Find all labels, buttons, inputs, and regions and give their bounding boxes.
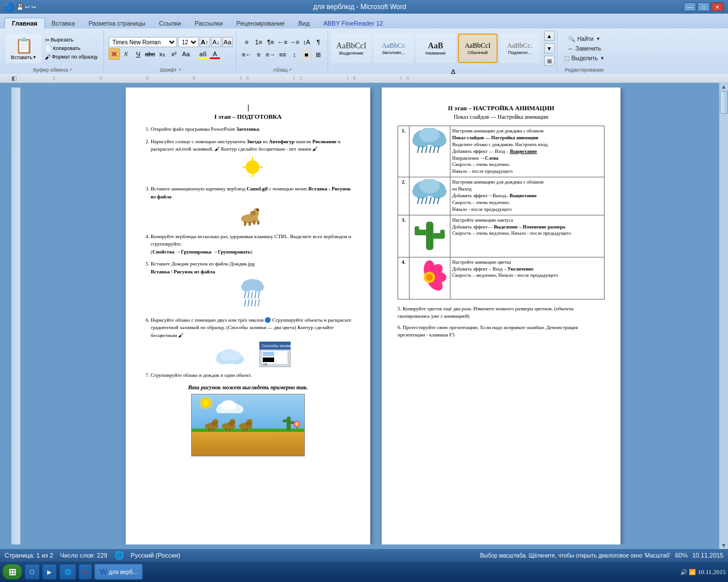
svg-line-19	[251, 292, 253, 298]
font-controls: Times New Roman 12 A↑ A↓ Aa Ж К Ч аbc x₂…	[109, 37, 233, 60]
line-spacing-button[interactable]: ↕	[289, 49, 300, 60]
tab-abby[interactable]: ABBY FineReader 12	[316, 18, 390, 28]
numbering-button[interactable]: 1≡	[253, 36, 264, 48]
styles-more[interactable]: ⊞	[544, 56, 555, 66]
style-title[interactable]: AaB Название	[416, 34, 456, 63]
language-label: Русский (Россия)	[131, 552, 180, 559]
svg-line-18	[248, 292, 249, 298]
scrollbar-thumb[interactable]	[720, 91, 728, 114]
taskbar-button-4[interactable]: ●	[78, 564, 92, 580]
font-case-button[interactable]: Аа	[180, 48, 192, 60]
align-right-button[interactable]: ≡→	[265, 49, 276, 60]
task-icon-1: ⬡	[30, 569, 35, 575]
svg-point-15	[241, 282, 253, 292]
ribbon-group-styles: AaBbCcI Выделение AaBbCc Заголово... AaB…	[329, 31, 557, 73]
scrollbar-up-arrow[interactable]: ▲	[719, 84, 728, 90]
cut-button[interactable]: ✂ Вырезать	[43, 36, 100, 44]
font-color-button[interactable]: А	[209, 48, 221, 60]
style-heading[interactable]: AaBbCc Заголово...	[374, 34, 413, 63]
tab-mailings[interactable]: Рассылки	[188, 18, 229, 28]
highlight-button[interactable]: аб	[197, 48, 209, 60]
cloud-area: Способы заливки ОК	[151, 342, 354, 367]
copy-button[interactable]: 📄 Копировать	[43, 45, 100, 52]
tab-insert[interactable]: Вставка	[45, 18, 82, 28]
font-grow-button[interactable]: A↑	[200, 37, 210, 47]
styles-scroll-buttons: ▲ ▼ ⊞	[544, 31, 555, 66]
bullets-button[interactable]: ≡	[241, 36, 253, 48]
style-heading-preview: AaBbCc	[382, 41, 405, 50]
table-row-2: 2.	[398, 177, 605, 215]
minimize-button[interactable]: —	[684, 2, 696, 11]
editing-label: Редактирование	[562, 67, 607, 73]
svg-point-0	[246, 160, 259, 174]
shading-button[interactable]: ■	[301, 49, 312, 60]
format-painter-button[interactable]: 🖌 Формат по образцу	[43, 53, 100, 61]
font-name-select[interactable]: Times New Roman	[109, 37, 177, 47]
paste-button[interactable]: 📋 Вставить ▼	[6, 34, 42, 63]
para-row2: ≡← ≡ ≡→ ≡≡ ↕ ■ ⊞	[241, 49, 324, 60]
tab-references[interactable]: Ссылки	[152, 18, 188, 28]
superscript-button[interactable]: x²	[168, 48, 180, 60]
bold-button[interactable]: Ж	[109, 48, 120, 60]
style-subtitle-preview: AaBbCc.	[507, 41, 532, 50]
increase-indent-button[interactable]: →≡	[289, 36, 300, 48]
sun-svg	[241, 156, 264, 178]
styles-scroll-up[interactable]: ▲	[544, 31, 555, 41]
close-button[interactable]: ✕	[711, 2, 723, 11]
justify-button[interactable]: ≡≡	[277, 49, 288, 60]
table-row-1: 1.	[398, 126, 605, 177]
svg-point-43	[221, 400, 236, 410]
tab-view[interactable]: Вид	[292, 18, 317, 28]
start-button[interactable]: ⊞	[2, 564, 22, 580]
pages-container: | I этап – ПОДГОТОВКА Откройте файл прог…	[30, 88, 717, 544]
taskbar-word-button[interactable]: W для верб...	[94, 564, 142, 580]
multilevel-list-button[interactable]: ¶≡	[265, 36, 276, 48]
strikethrough-button[interactable]: аbc	[144, 48, 156, 60]
taskbar-button-1[interactable]: ⬡	[24, 564, 40, 580]
underline-button[interactable]: Ч	[133, 48, 144, 60]
sort-button[interactable]: ↕A	[301, 36, 312, 48]
svg-point-51	[228, 421, 235, 426]
align-center-button[interactable]: ≡	[253, 49, 264, 60]
font-size-select[interactable]: 12	[178, 37, 198, 47]
scrollbar-down-arrow[interactable]: ▼	[719, 542, 728, 548]
taskbar-button-2[interactable]: ▶	[42, 564, 57, 580]
svg-rect-52	[225, 429, 227, 431]
cactus-svg	[411, 217, 448, 254]
maximize-button[interactable]: □	[697, 2, 710, 11]
paragraph-content: ≡ 1≡ ¶≡ ←≡ →≡ ↕A ¶ ≡← ≡ ≡→ ≡≡ ↕ ■ ⊞	[241, 31, 324, 66]
text-cursor: |	[248, 105, 249, 111]
taskbar-button-3[interactable]: 🌐	[59, 564, 76, 580]
replace-icon: ↔	[568, 45, 573, 52]
svg-line-83	[433, 197, 435, 204]
replace-button[interactable]: ↔ Заменить	[562, 44, 607, 53]
style-normal[interactable]: AaBbCcI Обычный	[458, 34, 498, 63]
title-bar-title: для верблюд - Microsoft Word	[36, 3, 684, 11]
subscript-button[interactable]: x₂	[156, 48, 168, 60]
tab-home[interactable]: Главная	[5, 18, 45, 28]
borders-button[interactable]: ⊞	[313, 49, 324, 60]
find-button[interactable]: 🔍 Найти ▼	[562, 35, 607, 43]
tab-page-layout[interactable]: Разметка страницы	[82, 18, 152, 28]
show-marks-button[interactable]: ¶	[313, 36, 324, 48]
task-icon-4: ●	[84, 569, 87, 575]
svg-rect-53	[229, 429, 230, 431]
scrollbar-vertical[interactable]: ▲ ▼	[719, 83, 728, 549]
style-selection[interactable]: AaBbCcI Выделение	[332, 34, 371, 63]
page-info: Страница: 1 из 2	[5, 552, 53, 559]
align-left-button[interactable]: ≡←	[241, 49, 253, 60]
decrease-indent-button[interactable]: ←≡	[277, 36, 288, 48]
title-bar: 🔵 💾 ↩ ↪ для верблюд - Microsoft Word — □…	[0, 0, 728, 14]
tab-review[interactable]: Рецензирование	[230, 18, 292, 28]
style-subtitle[interactable]: AaBbCc. Подзагол...	[500, 34, 540, 63]
status-date: 10.11.2015	[692, 552, 723, 559]
clear-format-button[interactable]: Aa	[222, 37, 233, 47]
font-shrink-button[interactable]: A↓	[211, 37, 221, 47]
svg-line-23	[248, 300, 249, 306]
ribbon-group-clipboard: 📋 Вставить ▼ ✂ Вырезать 📄 Копировать 🖌 Ф…	[2, 31, 104, 73]
select-button[interactable]: ⬚ Выделить ▼	[562, 54, 607, 63]
svg-line-20	[255, 292, 256, 298]
styles-scroll-down[interactable]: ▼	[544, 43, 555, 53]
italic-button[interactable]: К	[121, 48, 132, 60]
svg-line-82	[429, 197, 431, 204]
